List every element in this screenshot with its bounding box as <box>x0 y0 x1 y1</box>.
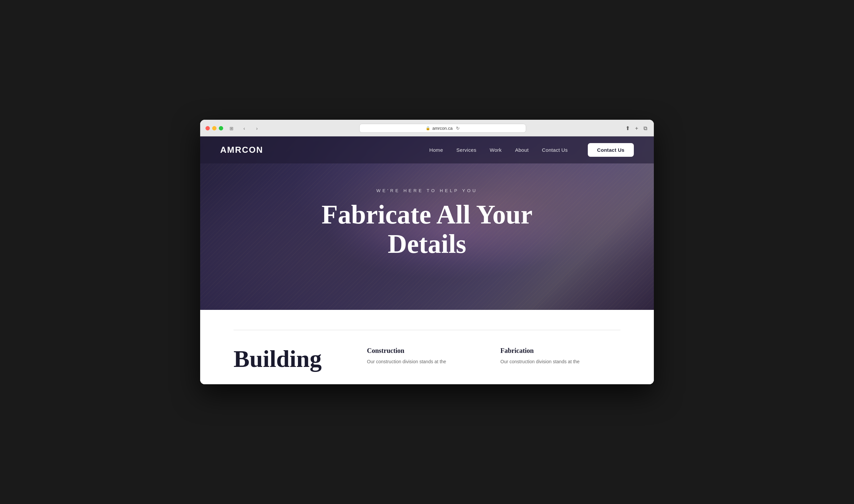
lock-icon: 🔒 <box>426 126 430 130</box>
back-button[interactable]: ‹ <box>240 124 249 133</box>
nav-home[interactable]: Home <box>429 147 443 153</box>
browser-chrome: ⊞ ‹ › 🔒 amrcon.ca ↻ ⬆ + ⧉ <box>200 120 654 137</box>
construction-title: Construction <box>367 347 487 355</box>
maximize-button[interactable] <box>219 126 223 130</box>
reload-icon[interactable]: ↻ <box>456 126 460 131</box>
address-bar[interactable]: 🔒 amrcon.ca ↻ <box>359 124 526 133</box>
logo[interactable]: AMRCON <box>220 145 263 155</box>
traffic-lights <box>205 126 223 130</box>
nav-links: Home Services Work About Contact Us <box>429 147 568 153</box>
construction-desc: Our construction division stands at the <box>367 358 487 365</box>
website-content: AMRCON Home Services Work About Contact … <box>200 137 654 384</box>
browser-right-controls: ⬆ + ⧉ <box>624 124 649 132</box>
services-section: Building Construction Our construction d… <box>234 347 620 371</box>
building-text: Building <box>234 345 322 372</box>
forward-button[interactable]: › <box>253 124 261 133</box>
hero-title-line1: Fabricate All Your <box>322 200 533 229</box>
close-button[interactable] <box>205 126 210 130</box>
navbar: AMRCON Home Services Work About Contact … <box>200 137 654 163</box>
nav-cta: Contact Us <box>588 143 634 157</box>
nav-contact[interactable]: Contact Us <box>542 147 568 153</box>
minimize-button[interactable] <box>212 126 217 130</box>
sidebar-toggle-button[interactable]: ⊞ <box>227 124 236 133</box>
nav-about[interactable]: About <box>515 147 529 153</box>
hero-title: Fabricate All Your Details <box>322 200 533 258</box>
fabrication-card: Fabrication Our construction division st… <box>501 347 620 365</box>
fabrication-title: Fabrication <box>501 347 620 355</box>
nav-services[interactable]: Services <box>456 147 476 153</box>
hero-subtitle: WE'RE HERE TO HELP YOU <box>376 188 477 193</box>
divider <box>234 330 620 330</box>
share-button[interactable]: ⬆ <box>624 124 631 132</box>
below-hero-section: Building Construction Our construction d… <box>200 310 654 384</box>
new-tab-button[interactable]: + <box>634 125 639 132</box>
tabs-button[interactable]: ⧉ <box>642 125 649 132</box>
big-text-container: Building <box>234 347 353 371</box>
browser-window: ⊞ ‹ › 🔒 amrcon.ca ↻ ⬆ + ⧉ AMRCON <box>200 120 654 384</box>
construction-card: Construction Our construction division s… <box>367 347 487 365</box>
logo-text: AMRCON <box>220 145 263 155</box>
url-display: amrcon.ca <box>432 126 453 131</box>
fabrication-desc: Our construction division stands at the <box>501 358 620 365</box>
nav-work[interactable]: Work <box>490 147 502 153</box>
contact-us-button[interactable]: Contact Us <box>588 143 634 157</box>
hero-section: AMRCON Home Services Work About Contact … <box>200 137 654 310</box>
hero-title-line2: Details <box>388 229 466 258</box>
